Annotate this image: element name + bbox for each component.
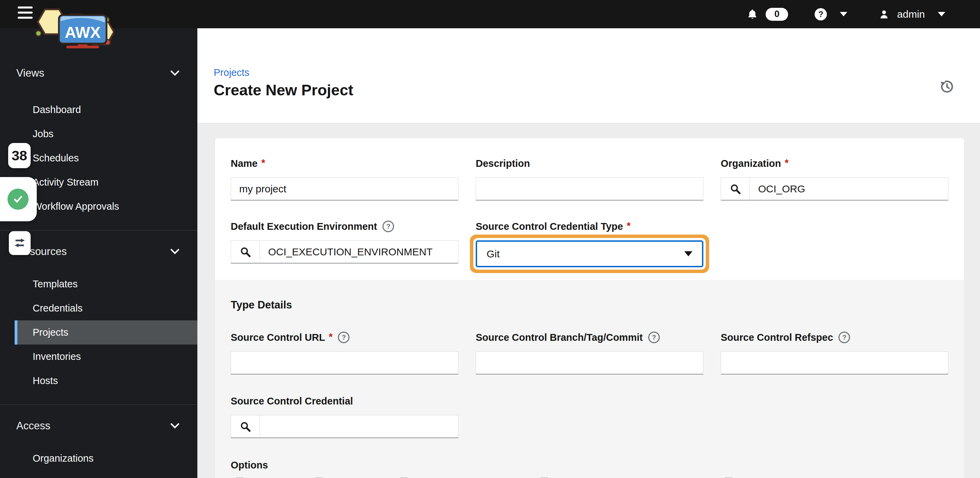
scm-credential-input[interactable] bbox=[260, 415, 458, 438]
chevron-down-icon bbox=[170, 248, 180, 255]
required-asterisk: * bbox=[785, 157, 788, 169]
page-title: Create New Project bbox=[214, 81, 353, 99]
overlay-count-badge: 38 bbox=[8, 143, 30, 168]
scm-refspec-input[interactable] bbox=[721, 351, 948, 374]
description-field-group: Description bbox=[476, 158, 703, 201]
scm-credential-type-field-group: Source Control Credential Type* Git bbox=[476, 221, 703, 267]
search-icon bbox=[730, 183, 741, 195]
bell-icon bbox=[746, 8, 758, 20]
help-icon[interactable]: ? bbox=[338, 331, 350, 343]
type-details-heading: Type Details bbox=[231, 299, 948, 311]
main-content: Projects Create New Project Name* Descr bbox=[197, 28, 980, 478]
notifications-count-badge: 0 bbox=[765, 8, 788, 21]
masthead: AWX 0 ? admin bbox=[0, 0, 980, 28]
nav-group-views[interactable]: Views bbox=[0, 62, 197, 84]
required-asterisk: * bbox=[261, 157, 265, 169]
help-icon[interactable]: ? bbox=[838, 331, 850, 343]
select-caret-icon bbox=[684, 251, 692, 257]
organization-search-button[interactable] bbox=[721, 177, 750, 201]
sidebar-item-label: Hosts bbox=[33, 375, 58, 386]
execution-environment-input[interactable] bbox=[260, 241, 458, 263]
scm-credential-field-group: Source Control Credential bbox=[231, 396, 458, 438]
sidebar-item-dashboard[interactable]: Dashboard bbox=[0, 98, 197, 122]
name-input[interactable] bbox=[231, 177, 458, 201]
user-menu[interactable]: admin bbox=[878, 8, 945, 20]
execution-environment-search-button[interactable] bbox=[231, 241, 260, 263]
required-asterisk: * bbox=[329, 331, 332, 343]
help-caret-icon bbox=[840, 12, 847, 16]
sidebar-item-label: Jobs bbox=[33, 128, 53, 140]
sidebar-item-label: Inventories bbox=[33, 351, 81, 362]
overlay-swap-button[interactable] bbox=[9, 231, 30, 255]
name-label: Name bbox=[231, 158, 258, 169]
username-label: admin bbox=[897, 8, 925, 20]
help-icon: ? bbox=[815, 8, 827, 21]
breadcrumb-projects-link[interactable]: Projects bbox=[214, 67, 250, 78]
organization-input[interactable] bbox=[750, 177, 948, 201]
user-icon bbox=[878, 9, 889, 20]
nav-group-views-label: Views bbox=[16, 67, 44, 79]
help-icon[interactable]: ? bbox=[648, 331, 660, 343]
sidebar-item-label: Credentials bbox=[33, 303, 83, 314]
history-icon[interactable] bbox=[940, 79, 954, 95]
sidebar-item-label: Templates bbox=[33, 279, 78, 290]
sidebar-item-label: Schedules bbox=[33, 153, 79, 164]
search-icon bbox=[240, 421, 251, 432]
nav-group-access[interactable]: Access bbox=[0, 415, 197, 437]
sidebar-item-inventories[interactable]: Inventories bbox=[0, 344, 197, 369]
sidebar-item-credentials[interactable]: Credentials bbox=[0, 296, 197, 320]
sidebar-item-projects[interactable]: Projects bbox=[14, 320, 197, 344]
chevron-down-icon bbox=[170, 70, 180, 76]
scm-refspec-label: Source Control Refspec bbox=[721, 332, 833, 343]
awx-logo-text: AWX bbox=[65, 24, 101, 41]
nav-toggle-icon[interactable] bbox=[18, 6, 33, 22]
scm-branch-field-group: Source Control Branch/Tag/Commit? bbox=[476, 332, 703, 374]
required-asterisk: * bbox=[627, 220, 630, 231]
help-icon[interactable]: ? bbox=[382, 221, 394, 232]
nav-divider bbox=[0, 230, 197, 231]
scm-credential-search-button[interactable] bbox=[231, 415, 260, 438]
default-execution-environment-field-group: Default Execution Environment? bbox=[231, 221, 458, 267]
sidebar-item-label: Activity Stream bbox=[33, 177, 98, 188]
scm-branch-label: Source Control Branch/Tag/Commit bbox=[476, 332, 643, 343]
awx-logo: AWX bbox=[32, 1, 114, 50]
user-caret-icon bbox=[938, 12, 945, 16]
nav-divider bbox=[0, 405, 197, 405]
swap-arrows-icon bbox=[13, 236, 27, 250]
scm-url-label: Source Control URL bbox=[231, 332, 325, 343]
options-label: Options bbox=[231, 460, 268, 471]
scm-credential-label: Source Control Credential bbox=[231, 396, 353, 407]
description-input[interactable] bbox=[476, 177, 703, 201]
page-body: Name* Description Organization* bbox=[197, 123, 980, 478]
organization-label: Organization bbox=[721, 158, 781, 169]
scm-url-input[interactable] bbox=[231, 351, 458, 374]
sidebar-item-label: Projects bbox=[33, 327, 68, 338]
help-menu[interactable]: ? bbox=[815, 8, 847, 21]
scm-credential-type-value: Git bbox=[487, 248, 500, 260]
nav-group-access-label: Access bbox=[16, 420, 50, 432]
organization-field-group: Organization* bbox=[721, 158, 948, 201]
overlay-success-card bbox=[0, 177, 37, 221]
notifications-button[interactable]: 0 bbox=[746, 8, 788, 21]
sidebar-item-organizations[interactable]: Organizations bbox=[0, 446, 197, 470]
sidebar-item-jobs[interactable]: Jobs bbox=[0, 122, 197, 146]
scm-credential-type-label: Source Control Credential Type bbox=[476, 221, 623, 232]
sidebar-item-label: Dashboard bbox=[33, 104, 81, 115]
create-project-form-card: Name* Description Organization* bbox=[215, 138, 964, 478]
sidebar-item-label: Organizations bbox=[33, 453, 94, 464]
scm-credential-type-select[interactable]: Git bbox=[476, 241, 703, 267]
page-header: Projects Create New Project bbox=[197, 28, 980, 123]
check-icon bbox=[8, 189, 29, 210]
name-field-group: Name* bbox=[231, 158, 458, 201]
chevron-down-icon bbox=[170, 422, 180, 429]
sidebar-item-templates[interactable]: Templates bbox=[0, 272, 197, 296]
scm-refspec-field-group: Source Control Refspec? bbox=[721, 332, 948, 374]
scm-branch-input[interactable] bbox=[476, 351, 703, 374]
scm-url-field-group: Source Control URL*? bbox=[231, 332, 458, 374]
sidebar-item-hosts[interactable]: Hosts bbox=[0, 369, 197, 393]
search-icon bbox=[240, 246, 251, 258]
sidebar-item-label: Workflow Approvals bbox=[33, 201, 119, 212]
description-label: Description bbox=[476, 158, 530, 169]
default-execution-environment-label: Default Execution Environment bbox=[231, 221, 377, 232]
